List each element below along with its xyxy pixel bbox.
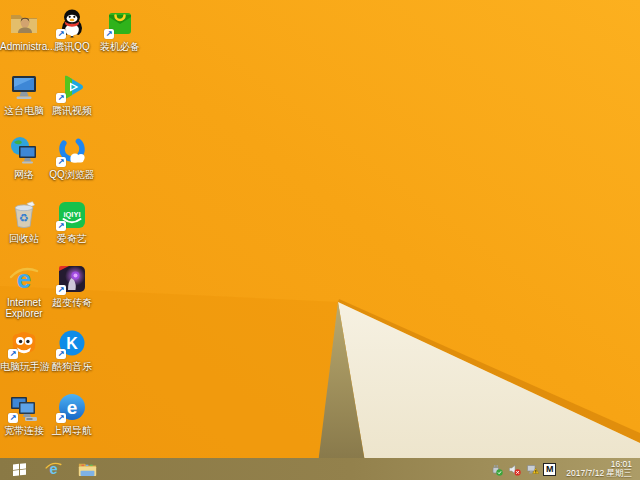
icon-label: 酷狗音乐	[48, 361, 96, 372]
icon-label: 电脑玩手游	[0, 361, 48, 372]
desktop-icon-iqiyi[interactable]: iQIYI ↗ 爱奇艺	[48, 199, 96, 244]
desktop: Administra... ↗ 腾讯QQ ↗ 装机必备	[0, 0, 640, 480]
desktop-icon-web-navigation[interactable]: e ↗ 上网导航	[48, 391, 96, 436]
clock-date: 2017/7/12 星期三	[566, 469, 632, 478]
shortcut-arrow-icon: ↗	[8, 349, 18, 359]
icon-label: QQ浏览器	[48, 169, 96, 180]
desktop-icon-tencent-qq[interactable]: ↗ 腾讯QQ	[48, 7, 96, 52]
desktop-icon-chaobian-chuanqi[interactable]: ↗ 超变传奇	[48, 263, 96, 308]
shortcut-arrow-icon: ↗	[56, 93, 66, 103]
system-tray: M 16:01 2017/7/12 星期三	[489, 460, 640, 478]
icon-label: 这台电脑	[0, 105, 48, 116]
icon-label: 装机必备	[96, 41, 144, 52]
desktop-icon-internet-explorer[interactable]: e Internet Explorer	[0, 263, 48, 319]
desktop-icon-qq-browser[interactable]: ↗ QQ浏览器	[48, 135, 96, 180]
recycle-bin-icon: ♻	[8, 199, 40, 231]
icon-label: 超变传奇	[48, 297, 96, 308]
icon-label: 宽带连接	[0, 425, 48, 436]
desktop-icon-network[interactable]: 网络	[0, 135, 48, 180]
shortcut-arrow-icon: ↗	[8, 413, 18, 423]
start-button[interactable]	[7, 459, 31, 479]
icon-label: 网络	[0, 169, 48, 180]
globe-with-monitor-icon	[8, 135, 40, 167]
network-warning-icon[interactable]	[525, 462, 539, 476]
desktop-icon-administrator-folder[interactable]: Administra...	[0, 7, 48, 52]
icon-label: 腾讯QQ	[48, 41, 96, 52]
computer-monitor-icon	[8, 71, 40, 103]
icon-label: 回收站	[0, 233, 48, 244]
shortcut-arrow-icon: ↗	[56, 29, 66, 39]
desktop-icon-broadband-connection[interactable]: ↗ 宽带连接	[0, 391, 48, 436]
input-method-indicator[interactable]: M	[543, 463, 556, 476]
shortcut-arrow-icon: ↗	[56, 221, 66, 231]
svg-text:♻: ♻	[19, 212, 29, 225]
wallpaper-win81-orange	[0, 0, 640, 480]
user-folder-icon	[8, 7, 40, 39]
ie-blue-e-icon: e	[44, 460, 63, 478]
icon-label: 腾讯视频	[48, 105, 96, 116]
taskbar: e	[0, 458, 640, 480]
icon-label: 爱奇艺	[48, 233, 96, 244]
usb-safely-remove-icon[interactable]	[489, 462, 503, 476]
desktop-icon-pc-play-mobile-games[interactable]: ↗ 电脑玩手游	[0, 327, 48, 372]
shortcut-arrow-icon: ↗	[56, 413, 66, 423]
ie-blue-e-icon: e	[8, 263, 40, 295]
taskbar-clock[interactable]: 16:01 2017/7/12 星期三	[560, 460, 636, 478]
icon-label: Internet Explorer	[0, 297, 48, 319]
desktop-icon-tencent-video[interactable]: ↗ 腾讯视频	[48, 71, 96, 116]
svg-text:iQIYI: iQIYI	[63, 210, 80, 219]
desktop-icon-zhuangji-bibei[interactable]: ↗ 装机必备	[96, 7, 144, 52]
svg-text:e: e	[67, 397, 78, 418]
desktop-icon-kugou-music[interactable]: K ↗ 酷狗音乐	[48, 327, 96, 372]
windows-logo-icon	[12, 462, 27, 476]
shortcut-arrow-icon: ↗	[56, 285, 66, 295]
shortcut-arrow-icon: ↗	[56, 349, 66, 359]
icon-label: 上网导航	[48, 425, 96, 436]
volume-muted-icon[interactable]	[507, 462, 521, 476]
svg-text:K: K	[66, 335, 78, 352]
taskbar-file-explorer-button[interactable]	[75, 459, 99, 479]
desktop-icon-this-pc[interactable]: 这台电脑	[0, 71, 48, 116]
icon-label: Administra...	[0, 41, 48, 52]
desktop-icon-recycle-bin[interactable]: ♻ 回收站	[0, 199, 48, 244]
folder-icon	[78, 461, 97, 477]
taskbar-internet-explorer-button[interactable]: e	[41, 459, 65, 479]
shortcut-arrow-icon: ↗	[104, 29, 114, 39]
shortcut-arrow-icon: ↗	[56, 157, 66, 167]
